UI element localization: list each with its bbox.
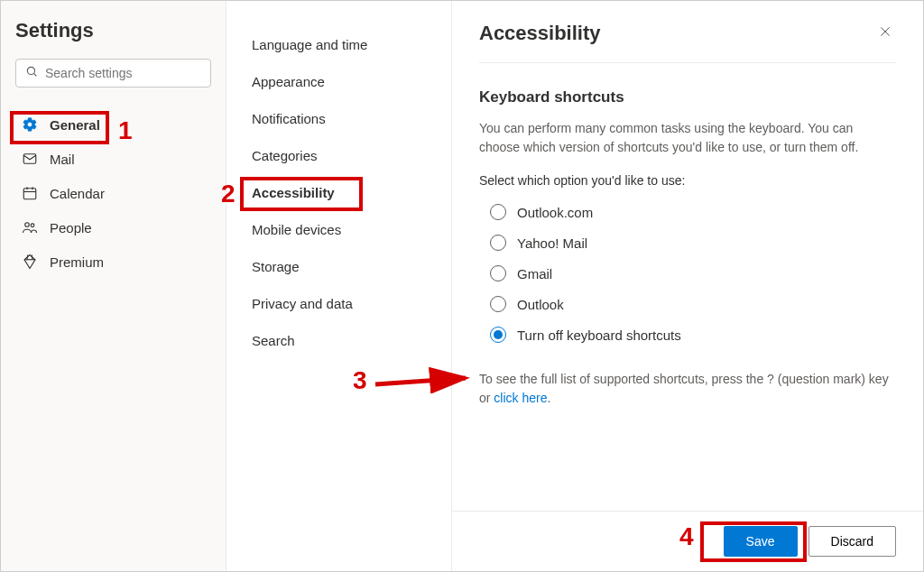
svg-point-0 bbox=[27, 67, 34, 74]
subnav-mobile[interactable]: Mobile devices bbox=[226, 211, 451, 248]
discard-button[interactable]: Discard bbox=[808, 526, 896, 557]
nav-label: People bbox=[50, 220, 92, 235]
nav-item-calendar[interactable]: Calendar bbox=[15, 176, 211, 210]
save-button[interactable]: Save bbox=[724, 526, 798, 557]
radio-icon bbox=[490, 265, 506, 281]
subnav-search[interactable]: Search bbox=[226, 322, 451, 359]
svg-line-1 bbox=[34, 74, 37, 77]
radio-group-label: Select which option you'd like to use: bbox=[479, 173, 896, 188]
people-icon bbox=[21, 218, 39, 236]
help-link[interactable]: click here bbox=[494, 391, 547, 405]
radio-label: Outlook bbox=[517, 297, 564, 312]
nav-item-premium[interactable]: Premium bbox=[15, 244, 211, 279]
nav-item-general[interactable]: General bbox=[15, 107, 211, 142]
radio-label: Yahoo! Mail bbox=[517, 235, 587, 251]
shortcut-options: Outlook.com Yahoo! Mail Gmail Outlook Tu… bbox=[490, 197, 896, 350]
radio-outlook[interactable]: Outlook bbox=[490, 289, 896, 319]
svg-point-8 bbox=[31, 224, 34, 227]
nav-label: Calendar bbox=[50, 186, 105, 201]
radio-label: Gmail bbox=[517, 266, 552, 281]
search-icon bbox=[25, 65, 45, 81]
radio-gmail[interactable]: Gmail bbox=[490, 258, 896, 289]
premium-icon bbox=[21, 253, 39, 271]
radio-yahoo[interactable]: Yahoo! Mail bbox=[490, 227, 896, 258]
radio-icon bbox=[490, 327, 506, 343]
help-text: To see the full list of supported shortc… bbox=[479, 370, 896, 408]
radio-outlook-com[interactable]: Outlook.com bbox=[490, 197, 896, 227]
settings-subnav: Language and time Appearance Notificatio… bbox=[226, 1, 452, 571]
section-description: You can perform many common tasks using … bbox=[479, 119, 896, 157]
subnav-privacy[interactable]: Privacy and data bbox=[226, 285, 451, 322]
footer: Save Discard bbox=[452, 511, 923, 571]
nav-item-mail[interactable]: Mail bbox=[15, 142, 211, 176]
help-text-post: . bbox=[547, 391, 550, 405]
radio-icon bbox=[490, 296, 506, 312]
radio-icon bbox=[490, 235, 506, 251]
section-title: Keyboard shortcuts bbox=[479, 88, 896, 106]
subnav-notifications[interactable]: Notifications bbox=[226, 100, 451, 137]
search-container[interactable] bbox=[15, 59, 211, 88]
nav-label: Mail bbox=[50, 152, 75, 167]
svg-line-10 bbox=[27, 255, 28, 260]
subnav-appearance[interactable]: Appearance bbox=[226, 63, 451, 100]
subnav-categories[interactable]: Categories bbox=[226, 137, 451, 174]
subnav-accessibility[interactable]: Accessibility bbox=[226, 174, 451, 211]
radio-label: Outlook.com bbox=[517, 205, 593, 220]
close-button[interactable] bbox=[874, 21, 896, 46]
radio-icon bbox=[490, 204, 506, 220]
calendar-icon bbox=[21, 184, 39, 202]
radio-label: Turn off keyboard shortcuts bbox=[517, 328, 681, 343]
nav-item-people[interactable]: People bbox=[15, 210, 211, 244]
mail-icon bbox=[21, 150, 39, 168]
nav-label: Premium bbox=[50, 254, 104, 270]
nav-label: General bbox=[50, 117, 100, 133]
page-title: Settings bbox=[15, 19, 211, 42]
subnav-language[interactable]: Language and time bbox=[226, 26, 451, 63]
close-icon bbox=[878, 26, 892, 42]
svg-point-7 bbox=[25, 223, 30, 227]
divider bbox=[479, 62, 896, 63]
gear-icon bbox=[21, 115, 39, 134]
radio-turn-off[interactable]: Turn off keyboard shortcuts bbox=[490, 319, 896, 350]
search-input[interactable] bbox=[45, 66, 201, 80]
svg-rect-2 bbox=[23, 154, 36, 164]
settings-sidebar: Settings General Mail Calendar People bbox=[1, 1, 226, 571]
svg-line-11 bbox=[32, 255, 32, 260]
svg-rect-3 bbox=[23, 189, 36, 199]
content-title: Accessibility bbox=[479, 22, 601, 45]
subnav-storage[interactable]: Storage bbox=[226, 248, 451, 285]
content-pane: Accessibility Keyboard shortcuts You can… bbox=[452, 1, 923, 571]
